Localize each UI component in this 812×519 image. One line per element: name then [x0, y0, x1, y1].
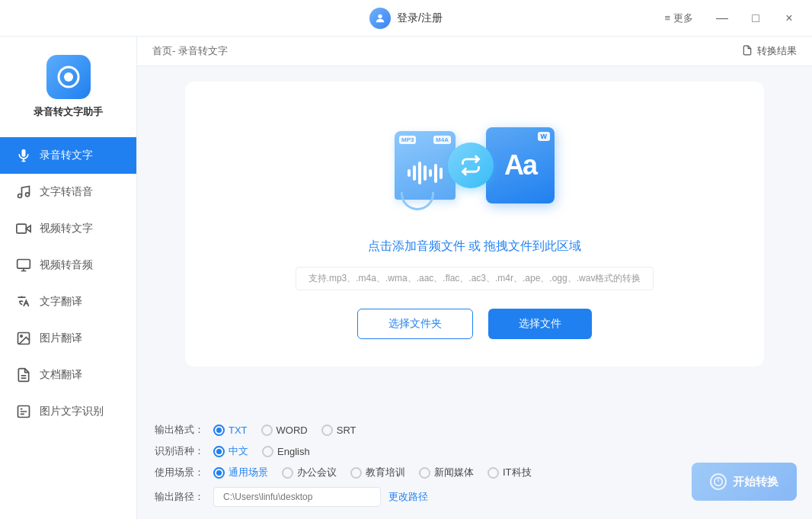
sidebar-item-video-to-text[interactable]: 视频转文字: [0, 210, 136, 247]
svg-point-0: [378, 14, 382, 18]
audio-file-icon: MP3 M4A: [395, 131, 456, 200]
sidebar-item-ocr[interactable]: 图片文字识别: [0, 393, 136, 430]
breadcrumb: 首页- 录音转文字 转换结果: [137, 37, 812, 66]
supported-formats: 支持.mp3、.m4a、.wma、.aac、.flac、.ac3、.m4r、.a…: [296, 267, 654, 290]
lang-english-option[interactable]: English: [262, 446, 310, 457]
sidebar-item-label: 录音转文字: [40, 149, 93, 162]
scene-general-label: 通用场景: [229, 466, 268, 479]
svg-marker-8: [26, 226, 30, 232]
ocr-icon: [15, 403, 32, 420]
sidebar-item-label: 图片翻译: [40, 332, 82, 345]
sidebar-item-label: 图片文字识别: [40, 405, 104, 418]
image-translate-icon: [15, 330, 32, 347]
login-button[interactable]: 登录/注册: [369, 8, 443, 29]
scene-news-radio[interactable]: [419, 467, 430, 479]
path-input-wrap: 更改路径: [213, 487, 428, 507]
output-format-row: 输出格式： TXT WORD: [152, 423, 797, 437]
scene-general-option[interactable]: 通用场景: [213, 466, 268, 479]
scene-office-label: 办公会议: [297, 466, 337, 479]
illustration: MP3 M4A: [360, 104, 589, 226]
scene-news-label: 新闻媒体: [434, 466, 474, 479]
titlebar: 登录/注册 ≡ 更多 — □ ×: [0, 0, 812, 37]
format-txt-radio[interactable]: [213, 424, 225, 436]
lang-english-label: English: [277, 446, 310, 457]
login-label: 登录/注册: [397, 11, 443, 25]
sidebar-item-audio-to-text[interactable]: 录音转文字: [0, 137, 136, 174]
start-convert-button[interactable]: 开始转换: [692, 463, 797, 501]
avatar: [369, 8, 391, 29]
select-folder-button[interactable]: 选择文件夹: [357, 309, 473, 339]
video-to-audio-icon: [15, 257, 32, 274]
dropzone-wrapper: MP3 M4A: [137, 66, 812, 414]
main-layout: 录音转文字助手 录音转文字 文字转语音 视频转文字: [0, 37, 812, 519]
text-icon: Aa: [504, 149, 536, 181]
svg-point-7: [26, 193, 30, 197]
titlebar-controls: ≡ 更多 — □ ×: [647, 8, 800, 29]
scene-news-option[interactable]: 新闻媒体: [419, 466, 474, 479]
scene-tech-radio[interactable]: [488, 467, 499, 479]
sidebar-item-image-translate[interactable]: 图片翻译: [0, 320, 136, 357]
sidebar-item-doc-translate[interactable]: 文档翻译: [0, 357, 136, 393]
scene-group: 通用场景 办公会议 教育培训: [213, 466, 532, 479]
doc-translate-icon: [15, 367, 32, 383]
scene-general-radio[interactable]: [213, 467, 225, 479]
recognize-lang-group: 中文 English: [213, 444, 310, 458]
convert-result-label: 转换结果: [757, 44, 797, 58]
sidebar-item-text-to-audio[interactable]: 文字转语音: [0, 174, 136, 210]
lang-chinese-radio[interactable]: [213, 446, 225, 457]
scene-office-radio[interactable]: [282, 467, 293, 479]
sidebar-item-video-to-audio[interactable]: 视频转音频: [0, 247, 136, 284]
svg-rect-9: [17, 224, 26, 233]
sidebar-item-label: 文字翻译: [40, 295, 82, 309]
scene-education-option[interactable]: 教育培训: [350, 466, 405, 479]
menu-icon: ≡: [664, 12, 670, 24]
format-txt-label: TXT: [229, 424, 248, 436]
format-word-option[interactable]: WORD: [261, 424, 308, 436]
output-path-input[interactable]: [213, 487, 381, 507]
output-path-label: 输出路径：: [152, 490, 204, 504]
scene-education-radio[interactable]: [350, 467, 362, 479]
sound-wave: [408, 162, 443, 184]
app-name: 录音转文字助手: [34, 105, 103, 119]
scene-label: 使用场景：: [152, 466, 204, 479]
select-file-button[interactable]: 选择文件: [488, 309, 592, 339]
sidebar-item-text-translate[interactable]: 文字翻译: [0, 284, 136, 320]
file-icon: [742, 45, 753, 58]
dropzone-main-text: 点击添加音频文件 或 拖拽文件到此区域: [368, 239, 582, 255]
sidebar-logo: 录音转文字助手: [0, 49, 136, 137]
svg-rect-10: [18, 260, 30, 269]
sidebar-item-label: 文档翻译: [40, 368, 82, 382]
content-area: 首页- 录音转文字 转换结果 MP3 M4A: [137, 37, 812, 519]
format-srt-radio[interactable]: [321, 424, 333, 436]
video-to-text-icon: [15, 220, 32, 237]
svg-point-2: [64, 72, 73, 82]
maximize-button[interactable]: □: [745, 8, 766, 29]
convert-result-button[interactable]: 转换结果: [742, 44, 797, 58]
lang-english-radio[interactable]: [262, 446, 273, 457]
scene-tech-label: IT科技: [503, 466, 532, 479]
svg-point-6: [18, 194, 22, 198]
sidebar: 录音转文字助手 录音转文字 文字转语音 视频转文字: [0, 37, 137, 519]
start-btn-label: 开始转换: [733, 475, 778, 489]
sidebar-nav: 录音转文字 文字转语音 视频转文字 视频转音频: [0, 137, 136, 519]
more-button[interactable]: ≡ 更多: [658, 8, 699, 28]
format-srt-option[interactable]: SRT: [321, 424, 356, 436]
recognize-lang-label: 识别语种：: [152, 444, 204, 458]
drop-zone[interactable]: MP3 M4A: [185, 82, 764, 367]
format-txt-option[interactable]: TXT: [213, 424, 248, 436]
minimize-button[interactable]: —: [711, 8, 733, 29]
format-word-radio[interactable]: [261, 424, 273, 436]
text-translate-icon: [15, 293, 32, 310]
text-to-audio-icon: [15, 184, 32, 200]
lang-chinese-option[interactable]: 中文: [213, 444, 248, 458]
close-button[interactable]: ×: [778, 8, 800, 29]
sidebar-item-label: 文字转语音: [40, 185, 93, 199]
headphone-icon: [401, 192, 434, 210]
output-format-group: TXT WORD SRT: [213, 424, 356, 436]
recognize-lang-row: 识别语种： 中文 English: [152, 444, 797, 458]
scene-tech-option[interactable]: IT科技: [488, 466, 532, 479]
convert-arrow-icon: [448, 143, 494, 188]
scene-office-option[interactable]: 办公会议: [282, 466, 337, 479]
lang-chinese-label: 中文: [229, 444, 248, 458]
change-path-button[interactable]: 更改路径: [388, 490, 428, 504]
